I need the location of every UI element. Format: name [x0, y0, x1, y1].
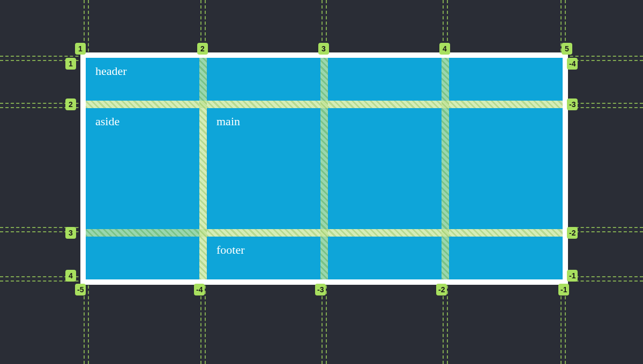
- col-num-top-5: 5: [562, 43, 572, 55]
- row-num-right-4: -1: [567, 270, 578, 282]
- area-aside: aside: [86, 108, 199, 279]
- col-num-bot-5: -1: [558, 284, 569, 295]
- row-num-left-2: 2: [65, 98, 76, 110]
- row-num-right-1: -4: [567, 58, 578, 70]
- css-grid: header aside main footer: [86, 58, 563, 279]
- col-num-bot-4: -2: [436, 284, 447, 295]
- area-header-label: header: [95, 64, 127, 78]
- col-num-bot-3: -3: [315, 284, 326, 295]
- area-footer: footer: [207, 237, 563, 279]
- col-num-top-2: 2: [197, 43, 208, 55]
- area-main: main: [207, 108, 563, 229]
- col-num-bot-1: -5: [75, 284, 86, 295]
- area-main-label: main: [216, 115, 240, 128]
- col-num-top-3: 3: [318, 43, 329, 55]
- col-num-bot-2: -4: [194, 284, 205, 295]
- diagram-stage: header aside main footer 1 2 3 4 5 -5 -4…: [0, 0, 643, 364]
- row-num-left-3: 3: [65, 227, 76, 239]
- row-num-left-4: 4: [65, 270, 76, 282]
- area-aside-label: aside: [95, 115, 119, 128]
- row-num-right-2: -3: [567, 98, 578, 110]
- grid-container: header aside main footer: [80, 52, 568, 285]
- area-header: header: [86, 58, 563, 101]
- row-num-right-3: -2: [567, 227, 578, 239]
- area-footer-label: footer: [216, 243, 245, 256]
- col-num-top-4: 4: [439, 43, 450, 55]
- row-num-left-1: 1: [65, 58, 76, 70]
- col-num-top-1: 1: [75, 43, 86, 55]
